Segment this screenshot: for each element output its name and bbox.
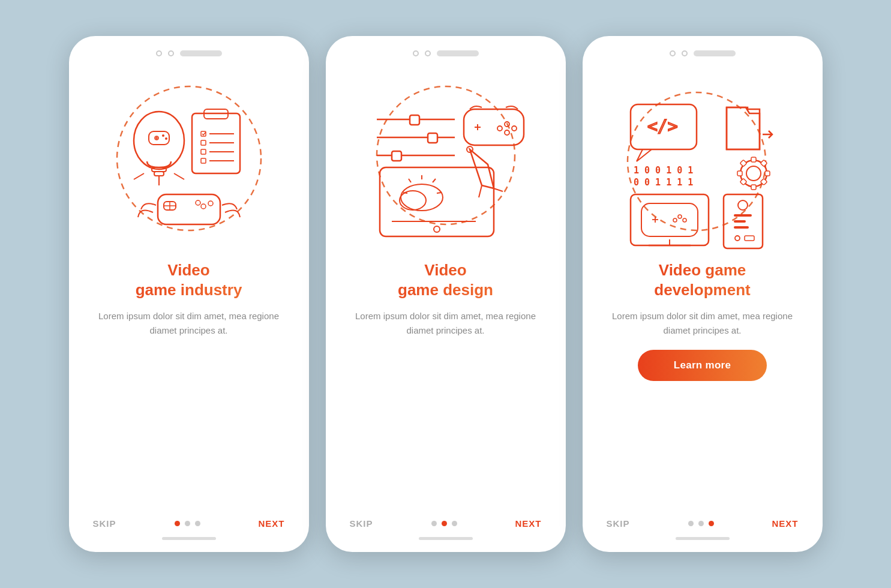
svg-line-50 (433, 179, 436, 182)
next-button-3[interactable]: NEXT (772, 518, 798, 529)
phone-dot-1 (156, 50, 162, 56)
svg-point-85 (735, 236, 740, 241)
svg-point-46 (434, 226, 440, 232)
skip-button-3[interactable]: SKIP (607, 518, 630, 529)
phone-2-top-bar (413, 50, 479, 56)
svg-point-11 (162, 134, 164, 137)
svg-rect-74 (641, 203, 698, 236)
nav-dot-1-active (175, 521, 180, 526)
phone-1-home-bar (162, 537, 216, 540)
svg-point-27 (196, 200, 200, 205)
phone-3-pill (694, 50, 736, 56)
svg-point-78 (683, 218, 686, 222)
nav-dot-3-a (688, 521, 694, 526)
svg-rect-34 (428, 133, 437, 143)
svg-rect-17 (201, 140, 206, 145)
svg-point-47 (401, 184, 443, 211)
phone-3-home-bar (676, 537, 730, 540)
svg-rect-62 (751, 185, 756, 190)
svg-line-6 (174, 173, 184, 179)
phone-1-title: Video game industry (118, 260, 260, 299)
phone-2-illustration (344, 62, 548, 254)
svg-line-52 (409, 179, 411, 182)
svg-rect-37 (464, 109, 524, 145)
phone-1-desc: Lorem ipsum dolor sit dim amet, mea regi… (69, 309, 309, 338)
svg-line-53 (403, 193, 407, 193)
phone-2: Video game design Lorem ipsum dolor sit … (326, 36, 566, 552)
phone-3: </> 1 0 0 1 0 1 (583, 36, 823, 552)
svg-rect-86 (745, 236, 754, 241)
svg-rect-21 (201, 158, 206, 163)
nav-dot-1-b (185, 521, 190, 526)
svg-point-12 (165, 137, 167, 140)
svg-rect-71 (631, 194, 709, 245)
nav-dots-1 (175, 521, 200, 526)
svg-rect-83 (734, 220, 746, 223)
svg-rect-61 (751, 157, 756, 162)
svg-line-51 (437, 193, 441, 193)
svg-rect-82 (734, 214, 752, 217)
skip-button-1[interactable]: SKIP (93, 518, 116, 529)
phone-2-pill (437, 50, 479, 56)
phone-3-top-bar (670, 50, 736, 56)
svg-rect-3 (154, 172, 164, 176)
svg-text:1 0 0 1 0 1: 1 0 0 1 0 1 (634, 165, 693, 176)
svg-rect-64 (765, 171, 770, 176)
nav-dot-3-b (698, 521, 704, 526)
phone-2-home-bar (419, 537, 473, 540)
phone-pill (180, 50, 222, 56)
phone-3-nav: SKIP NEXT (601, 512, 805, 529)
phone-1-illustration (87, 62, 291, 254)
svg-point-1 (134, 112, 184, 169)
phone-2-dot-2 (425, 50, 431, 56)
phone-3-dot-2 (682, 50, 688, 56)
phone-3-desc: Lorem ipsum dolor sit dim amet, mea regi… (583, 309, 823, 338)
nav-dot-3-active (709, 521, 714, 526)
phone-3-dot-1 (670, 50, 676, 56)
svg-rect-84 (734, 226, 749, 229)
phone-2-bottom: SKIP NEXT (326, 512, 566, 540)
svg-point-29 (208, 201, 213, 206)
nav-dot-2-a (431, 521, 437, 526)
phone-2-dot-1 (413, 50, 419, 56)
svg-text:0 0 1 1 1 1: 0 0 1 1 1 1 (634, 177, 693, 188)
svg-rect-65 (740, 160, 746, 166)
svg-point-43 (505, 130, 509, 135)
svg-point-79 (673, 218, 677, 222)
next-button-1[interactable]: NEXT (258, 518, 284, 529)
phone-dot-2 (168, 50, 174, 56)
svg-line-4 (134, 173, 144, 179)
svg-point-81 (738, 200, 748, 210)
phone-1: Video game industry Lorem ipsum dolor si… (69, 36, 309, 552)
skip-button-2[interactable]: SKIP (350, 518, 373, 529)
nav-dot-1-c (195, 521, 200, 526)
phones-container: Video game industry Lorem ipsum dolor si… (69, 36, 823, 552)
phone-3-bottom: SKIP NEXT (583, 512, 823, 540)
nav-dots-2 (431, 521, 457, 526)
phone-2-title: Video game design (380, 260, 511, 299)
svg-point-28 (201, 204, 206, 209)
phone-top-bar (156, 50, 222, 56)
phone-3-title: Video game development (636, 260, 768, 299)
next-button-2[interactable]: NEXT (515, 518, 541, 529)
phone-3-illustration: </> 1 0 0 1 0 1 (601, 62, 805, 254)
svg-point-42 (497, 126, 502, 131)
svg-rect-19 (201, 149, 206, 154)
nav-dot-2-c (452, 521, 457, 526)
svg-point-41 (512, 126, 517, 131)
svg-point-60 (746, 166, 761, 181)
svg-point-48 (400, 191, 426, 210)
phone-2-desc: Lorem ipsum dolor sit dim amet, mea regi… (326, 309, 566, 338)
svg-rect-36 (392, 151, 401, 161)
svg-text:</>: </> (647, 116, 678, 136)
svg-point-77 (678, 215, 682, 218)
learn-more-button[interactable]: Learn more (638, 350, 767, 381)
phone-2-nav: SKIP NEXT (344, 512, 548, 529)
svg-rect-32 (410, 115, 419, 125)
nav-dot-2-active (442, 521, 447, 526)
nav-dots-3 (688, 521, 714, 526)
svg-rect-63 (737, 171, 742, 176)
phone-1-bottom: SKIP NEXT (69, 512, 309, 540)
phone-1-nav: SKIP NEXT (87, 512, 291, 529)
